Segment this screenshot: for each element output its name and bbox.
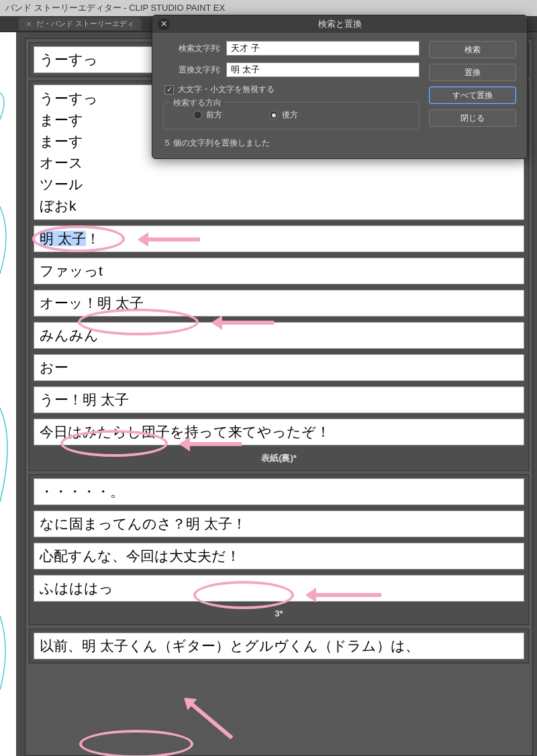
ignore-case-label: 大文字・小文字を無視する: [178, 84, 275, 95]
direction-forward-radio[interactable]: 前方: [193, 109, 222, 121]
document-tab-label: だ・バンド ストーリーエディ: [36, 19, 134, 29]
search-direction-group: 検索する方向 前方 後方: [163, 102, 420, 129]
replace-string-label: 置換文字列:: [163, 64, 221, 76]
selection-highlight: 明 太子: [40, 231, 86, 246]
replace-input[interactable]: [226, 62, 420, 77]
story-page: ・・・・・。なに固まってんのさ？明 太子！心配すんな、今回は大丈夫だ！ふはははっ…: [29, 474, 529, 625]
page-label: 表紙(裏)*: [34, 451, 524, 467]
text-box[interactable]: ・・・・・。: [34, 478, 524, 505]
page-label: 3*: [34, 607, 524, 621]
dialog-titlebar[interactable]: ✕ 検索と置換: [152, 15, 527, 33]
text-box[interactable]: みんみん: [34, 322, 524, 349]
story-page: 以前、明 太子くん（ギター）とグルヴくん（ドラム）は、: [29, 629, 529, 663]
text-box[interactable]: 今日はみたらし団子を持って来てやったぞ！: [34, 419, 524, 445]
document-tab[interactable]: ✕ だ・バンド ストーリーエディ: [19, 17, 141, 30]
search-string-label: 検索文字列:: [163, 43, 221, 54]
replace-all-button[interactable]: すべて置換: [429, 87, 516, 104]
ignore-case-checkbox[interactable]: ✓ 大文字・小文字を無視する: [164, 84, 420, 95]
app-title: バンド ストーリーエディター - CLIP STUDIO PAINT EX: [5, 3, 225, 13]
canvas-peek: [0, 32, 16, 756]
text-box[interactable]: 以前、明 太子くん（ギター）とグルヴくん（ドラム）は、: [34, 633, 524, 659]
text-box[interactable]: オーッ！明 太子: [34, 290, 524, 317]
text-box[interactable]: おー: [34, 354, 524, 381]
direction-backward-radio[interactable]: 後方: [269, 109, 298, 121]
direction-legend: 検索する方向: [170, 97, 224, 109]
text-box[interactable]: 明 太子！: [34, 225, 524, 252]
find-replace-dialog: ✕ 検索と置換 検索文字列: 置換文字列: ✓ 大文字・小文字を無視する 検索す…: [152, 15, 528, 159]
text-box[interactable]: ファッっt: [34, 258, 524, 284]
text-box[interactable]: うー！明 太子: [34, 386, 524, 413]
dialog-title: 検索と置換: [152, 18, 527, 30]
text-box[interactable]: ふはははっ: [34, 575, 524, 602]
replace-status: ５ 個の文字列を置換しました: [163, 138, 420, 149]
text-box[interactable]: 心配すんな、今回は大丈夫だ！: [34, 543, 524, 570]
close-tab-icon[interactable]: ✕: [26, 19, 32, 29]
replace-button[interactable]: 置換: [429, 64, 516, 81]
close-button[interactable]: 閉じる: [429, 109, 516, 127]
search-button[interactable]: 検索: [429, 41, 516, 58]
text-box[interactable]: なに固まってんのさ？明 太子！: [34, 510, 524, 537]
close-icon[interactable]: ✕: [158, 18, 170, 30]
search-input[interactable]: [226, 41, 420, 56]
app-titlebar: バンド ストーリーエディター - CLIP STUDIO PAINT EX: [0, 0, 537, 16]
